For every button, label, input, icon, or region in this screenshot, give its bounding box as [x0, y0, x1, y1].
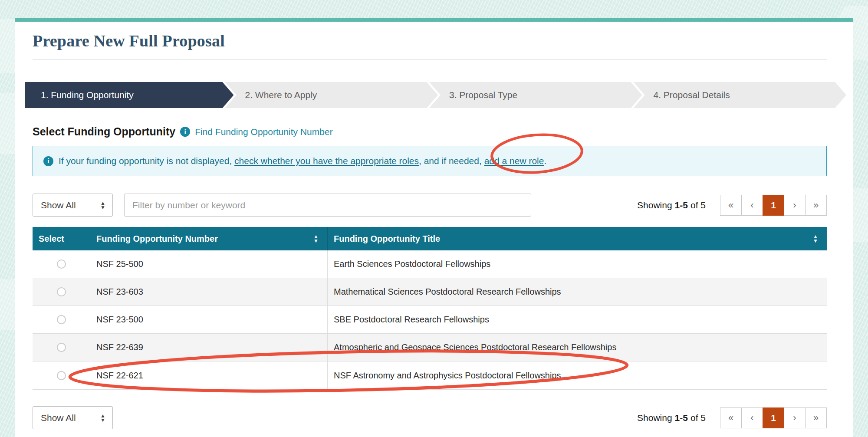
table-row: NSF 22-621 NSF Astronomy and Astrophysic…	[33, 361, 827, 389]
find-funding-opportunity-link[interactable]: Find Funding Opportunity Number	[195, 127, 333, 137]
pagination-top: Showing1-5of 5 « ‹ 1 › »	[637, 195, 827, 216]
title-cell: SBE Postdoctoral Research Fellowships	[328, 306, 827, 333]
select-cell	[33, 306, 90, 333]
step-label: 2. Where to Apply	[245, 90, 317, 100]
filter-input[interactable]	[124, 194, 531, 217]
title-cell: Mathematical Sciences Postdoctoral Resea…	[328, 278, 827, 306]
funding-opportunity-number: NSF 22-639	[96, 342, 143, 352]
funding-opportunity-title: SBE Postdoctoral Research Fellowships	[334, 315, 489, 325]
table-header: Select Funding Opportunity Number ▲▼ Fun…	[33, 227, 827, 250]
select-radio[interactable]	[57, 315, 66, 324]
select-cell	[33, 278, 90, 306]
number-cell: NSF 22-621	[90, 361, 328, 389]
funding-opportunity-number: NSF 23-500	[96, 315, 143, 325]
info-circle-icon: i	[43, 156, 53, 166]
select-cell	[33, 334, 90, 361]
select-radio[interactable]	[57, 371, 66, 380]
title-divider	[33, 59, 827, 59]
sort-icon[interactable]: ▲▼	[313, 234, 319, 243]
section-heading-row: Select Funding Opportunity i Find Fundin…	[33, 125, 827, 138]
page-size-select[interactable]: Show All ▲▼	[33, 194, 113, 217]
alert-text: If your funding opportunity is not displ…	[59, 156, 546, 166]
table-row: NSF 25-500 Earth Sciences Postdoctoral F…	[33, 250, 827, 278]
funding-opportunity-title: Mathematical Sciences Postdoctoral Resea…	[334, 287, 561, 297]
select-radio[interactable]	[57, 287, 66, 296]
select-arrows-icon: ▲▼	[100, 201, 105, 210]
funding-opportunity-number: NSF 22-621	[96, 371, 143, 381]
info-circle-icon: i	[180, 127, 190, 137]
table-toolbar-top: Show All ▲▼ Showing1-5of 5 « ‹ 1 › »	[33, 194, 827, 217]
select-radio[interactable]	[57, 343, 66, 352]
step-proposal-type: 3. Proposal Type	[429, 82, 642, 108]
step-where-to-apply: 2. Where to Apply	[225, 82, 438, 108]
step-wizard: 1. Funding Opportunity 2. Where to Apply…	[25, 82, 846, 108]
page-size-value: Show All	[41, 413, 76, 423]
page-size-select-bottom[interactable]: Show All ▲▼	[33, 406, 113, 429]
page-title: Prepare New Full Proposal	[33, 31, 827, 50]
funding-opportunity-table: Select Funding Opportunity Number ▲▼ Fun…	[33, 227, 827, 390]
table-body: NSF 25-500 Earth Sciences Postdoctoral F…	[33, 250, 827, 389]
select-arrows-icon: ▲▼	[100, 414, 105, 422]
title-cell: NSF Astronomy and Astrophysics Postdocto…	[328, 361, 827, 389]
add-new-role-link[interactable]: add a new role	[484, 156, 544, 166]
last-page-button[interactable]: »	[805, 195, 827, 216]
number-cell: NSF 23-500	[90, 306, 328, 333]
table-row: NSF 23-500 SBE Postdoctoral Research Fel…	[33, 306, 827, 334]
first-page-button[interactable]: «	[720, 195, 742, 216]
prev-page-button[interactable]: ‹	[741, 407, 763, 428]
number-cell: NSF 22-639	[90, 334, 328, 361]
funding-opportunity-title: Atmospheric and Geospace Sciences Postdo…	[334, 342, 616, 352]
sort-icon[interactable]: ▲▼	[813, 234, 818, 243]
step-funding-opportunity[interactable]: 1. Funding Opportunity	[25, 82, 234, 108]
funding-opportunity-title: Earth Sciences Postdoctoral Fellowships	[334, 259, 490, 269]
pagination-summary: Showing1-5of 5	[637, 413, 706, 423]
select-radio[interactable]	[57, 260, 66, 269]
info-alert: i If your funding opportunity is not dis…	[33, 146, 827, 176]
pagination-buttons: « ‹ 1 › »	[720, 195, 827, 216]
check-roles-link[interactable]: check whether you have the appropriate r…	[234, 156, 419, 166]
column-header-number[interactable]: Funding Opportunity Number ▲▼	[90, 227, 328, 250]
first-page-button[interactable]: «	[720, 407, 742, 428]
funding-opportunity-number: NSF 25-500	[96, 259, 143, 269]
pagination-bottom: Showing1-5of 5 « ‹ 1 › »	[637, 407, 827, 428]
section-title: Select Funding Opportunity	[33, 125, 175, 138]
page-1-button[interactable]: 1	[763, 195, 784, 216]
select-cell	[33, 361, 90, 389]
table-toolbar-bottom: Show All ▲▼ Showing1-5of 5 « ‹ 1 › »	[33, 406, 827, 429]
title-cell: Earth Sciences Postdoctoral Fellowships	[328, 250, 827, 278]
next-page-button[interactable]: ›	[784, 195, 806, 216]
funding-opportunity-number: NSF 23-603	[96, 287, 143, 297]
last-page-button[interactable]: »	[805, 407, 827, 428]
page-size-value: Show All	[41, 200, 76, 210]
step-proposal-details: 4. Proposal Details	[634, 82, 847, 108]
select-cell	[33, 250, 90, 278]
content-card: Prepare New Full Proposal 1. Funding Opp…	[15, 18, 853, 437]
next-page-button[interactable]: ›	[784, 407, 806, 428]
pagination-buttons: « ‹ 1 › »	[720, 407, 827, 428]
prev-page-button[interactable]: ‹	[741, 195, 763, 216]
table-row: NSF 22-639 Atmospheric and Geospace Scie…	[33, 334, 827, 361]
step-label: 3. Proposal Type	[449, 90, 517, 100]
number-cell: NSF 23-603	[90, 278, 328, 306]
column-header-title[interactable]: Funding Opportunity Title ▲▼	[328, 227, 827, 250]
table-row: NSF 23-603 Mathematical Sciences Postdoc…	[33, 278, 827, 306]
column-header-select: Select	[33, 227, 90, 250]
step-label: 1. Funding Opportunity	[41, 90, 134, 100]
pagination-summary: Showing1-5of 5	[637, 200, 706, 210]
title-cell: Atmospheric and Geospace Sciences Postdo…	[328, 334, 827, 361]
funding-opportunity-title: NSF Astronomy and Astrophysics Postdocto…	[334, 371, 561, 381]
step-label: 4. Proposal Details	[654, 90, 730, 100]
page-1-button[interactable]: 1	[763, 407, 784, 428]
number-cell: NSF 25-500	[90, 250, 328, 278]
